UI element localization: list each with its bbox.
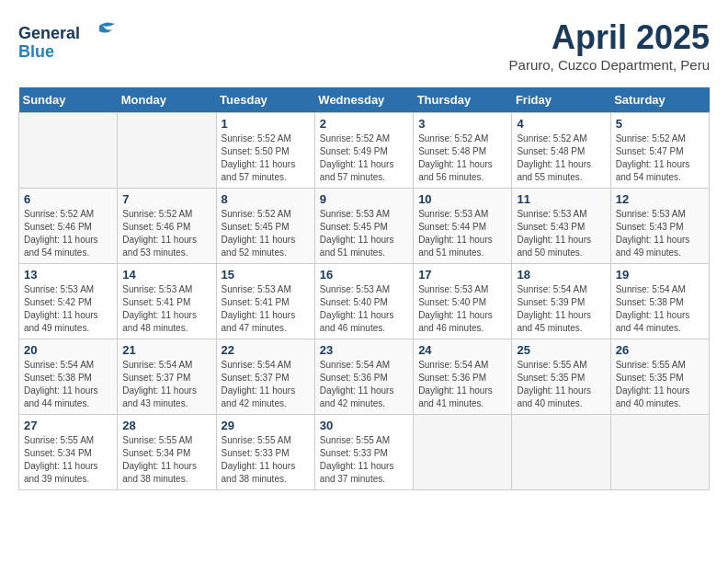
page-header: General Blue April 2025 Paruro, Cuzco De… [18, 18, 710, 73]
weekday-header: Sunday [19, 87, 118, 113]
day-number: 17 [418, 268, 506, 282]
day-number: 29 [222, 419, 310, 432]
day-detail: Sunrise: 5:55 AMSunset: 5:35 PMDaylight:… [616, 359, 704, 410]
day-detail: Sunrise: 5:53 AMSunset: 5:40 PMDaylight:… [418, 283, 506, 335]
calendar-cell: 5Sunrise: 5:52 AMSunset: 5:47 PMDaylight… [610, 113, 709, 189]
calendar-cell: 24Sunrise: 5:54 AMSunset: 5:36 PMDayligh… [414, 339, 512, 415]
day-number: 27 [24, 419, 112, 432]
day-detail: Sunrise: 5:54 AMSunset: 5:39 PMDaylight:… [517, 283, 605, 335]
calendar-cell: 7Sunrise: 5:52 AMSunset: 5:46 PMDaylight… [118, 189, 216, 264]
day-detail: Sunrise: 5:55 AMSunset: 5:34 PMDaylight:… [24, 434, 112, 486]
calendar-cell: 10Sunrise: 5:53 AMSunset: 5:44 PMDayligh… [414, 189, 512, 264]
day-detail: Sunrise: 5:52 AMSunset: 5:46 PMDaylight:… [122, 208, 210, 259]
calendar-week-row: 13Sunrise: 5:53 AMSunset: 5:42 PMDayligh… [19, 264, 710, 339]
calendar-cell: 26Sunrise: 5:55 AMSunset: 5:35 PMDayligh… [610, 339, 709, 415]
day-detail: Sunrise: 5:53 AMSunset: 5:42 PMDaylight:… [24, 283, 112, 335]
day-detail: Sunrise: 5:53 AMSunset: 5:45 PMDaylight:… [320, 208, 408, 259]
day-number: 15 [222, 268, 310, 282]
calendar-cell: 21Sunrise: 5:54 AMSunset: 5:37 PMDayligh… [118, 339, 216, 415]
day-number: 5 [616, 117, 704, 131]
calendar-cell: 25Sunrise: 5:55 AMSunset: 5:35 PMDayligh… [512, 339, 610, 415]
day-number: 1 [222, 117, 310, 131]
day-detail: Sunrise: 5:54 AMSunset: 5:38 PMDaylight:… [616, 283, 704, 335]
day-number: 9 [320, 192, 408, 206]
calendar-cell: 19Sunrise: 5:54 AMSunset: 5:38 PMDayligh… [610, 264, 709, 339]
calendar-cell: 1Sunrise: 5:52 AMSunset: 5:50 PMDaylight… [216, 113, 314, 189]
calendar-cell: 30Sunrise: 5:55 AMSunset: 5:33 PMDayligh… [314, 415, 413, 490]
calendar-cell: 17Sunrise: 5:53 AMSunset: 5:40 PMDayligh… [414, 264, 512, 339]
day-number: 8 [222, 192, 310, 206]
calendar-cell: 28Sunrise: 5:55 AMSunset: 5:34 PMDayligh… [118, 415, 216, 490]
day-detail: Sunrise: 5:52 AMSunset: 5:46 PMDaylight:… [24, 208, 112, 259]
svg-text:General: General [18, 24, 80, 42]
day-number: 13 [24, 268, 112, 282]
day-detail: Sunrise: 5:53 AMSunset: 5:40 PMDaylight:… [320, 283, 408, 335]
calendar-cell: 16Sunrise: 5:53 AMSunset: 5:40 PMDayligh… [314, 264, 413, 339]
day-detail: Sunrise: 5:53 AMSunset: 5:43 PMDaylight:… [517, 208, 605, 259]
calendar-cell: 29Sunrise: 5:55 AMSunset: 5:33 PMDayligh… [216, 415, 314, 490]
day-detail: Sunrise: 5:54 AMSunset: 5:36 PMDaylight:… [418, 359, 506, 410]
day-number: 22 [222, 343, 310, 357]
day-number: 21 [122, 343, 210, 357]
weekday-header: Thursday [414, 87, 512, 113]
calendar-cell: 2Sunrise: 5:52 AMSunset: 5:49 PMDaylight… [314, 113, 413, 189]
calendar-cell: 18Sunrise: 5:54 AMSunset: 5:39 PMDayligh… [512, 264, 610, 339]
title-block: April 2025 Paruro, Cuzco Department, Per… [509, 18, 710, 73]
day-detail: Sunrise: 5:54 AMSunset: 5:37 PMDaylight:… [222, 359, 310, 410]
logo-svg: General Blue [18, 18, 119, 66]
logo: General Blue [18, 18, 119, 66]
weekday-header: Wednesday [314, 87, 413, 113]
calendar-cell: 3Sunrise: 5:52 AMSunset: 5:48 PMDaylight… [414, 113, 512, 189]
calendar-table: SundayMondayTuesdayWednesdayThursdayFrid… [18, 87, 710, 490]
day-number: 7 [122, 192, 210, 206]
day-detail: Sunrise: 5:55 AMSunset: 5:35 PMDaylight:… [517, 359, 605, 410]
calendar-cell: 23Sunrise: 5:54 AMSunset: 5:36 PMDayligh… [314, 339, 413, 415]
calendar-week-row: 6Sunrise: 5:52 AMSunset: 5:46 PMDaylight… [19, 189, 710, 264]
calendar-cell: 14Sunrise: 5:53 AMSunset: 5:41 PMDayligh… [118, 264, 216, 339]
weekday-header: Saturday [610, 87, 709, 113]
day-detail: Sunrise: 5:54 AMSunset: 5:36 PMDaylight:… [320, 359, 408, 410]
day-number: 28 [122, 419, 210, 432]
weekday-header: Friday [512, 87, 610, 113]
day-number: 11 [517, 192, 605, 206]
day-detail: Sunrise: 5:54 AMSunset: 5:38 PMDaylight:… [24, 359, 112, 410]
calendar-cell: 22Sunrise: 5:54 AMSunset: 5:37 PMDayligh… [216, 339, 314, 415]
day-number: 2 [320, 117, 408, 131]
calendar-week-row: 27Sunrise: 5:55 AMSunset: 5:34 PMDayligh… [19, 415, 710, 490]
day-number: 4 [517, 117, 605, 131]
day-number: 24 [418, 343, 506, 357]
day-detail: Sunrise: 5:52 AMSunset: 5:48 PMDaylight:… [418, 132, 506, 184]
day-number: 14 [122, 268, 210, 282]
location-subtitle: Paruro, Cuzco Department, Peru [509, 57, 710, 73]
month-year-title: April 2025 [509, 18, 710, 57]
day-number: 30 [320, 419, 408, 432]
day-detail: Sunrise: 5:55 AMSunset: 5:33 PMDaylight:… [222, 434, 310, 486]
weekday-header: Tuesday [216, 87, 314, 113]
calendar-cell: 11Sunrise: 5:53 AMSunset: 5:43 PMDayligh… [512, 189, 610, 264]
calendar-cell [610, 415, 709, 490]
day-detail: Sunrise: 5:55 AMSunset: 5:33 PMDaylight:… [320, 434, 408, 486]
day-detail: Sunrise: 5:53 AMSunset: 5:41 PMDaylight:… [222, 283, 310, 335]
svg-text:Blue: Blue [18, 42, 54, 61]
calendar-cell: 13Sunrise: 5:53 AMSunset: 5:42 PMDayligh… [19, 264, 118, 339]
day-number: 20 [24, 343, 112, 357]
day-detail: Sunrise: 5:52 AMSunset: 5:47 PMDaylight:… [616, 132, 704, 184]
weekday-header: Monday [118, 87, 216, 113]
day-detail: Sunrise: 5:53 AMSunset: 5:44 PMDaylight:… [418, 208, 506, 259]
calendar-cell: 8Sunrise: 5:52 AMSunset: 5:45 PMDaylight… [216, 189, 314, 264]
day-detail: Sunrise: 5:53 AMSunset: 5:41 PMDaylight:… [122, 283, 210, 335]
calendar-week-row: 1Sunrise: 5:52 AMSunset: 5:50 PMDaylight… [19, 113, 710, 189]
calendar-cell: 9Sunrise: 5:53 AMSunset: 5:45 PMDaylight… [314, 189, 413, 264]
day-number: 26 [616, 343, 704, 357]
day-number: 16 [320, 268, 408, 282]
day-detail: Sunrise: 5:52 AMSunset: 5:48 PMDaylight:… [517, 132, 605, 184]
calendar-cell: 27Sunrise: 5:55 AMSunset: 5:34 PMDayligh… [19, 415, 118, 490]
calendar-cell: 15Sunrise: 5:53 AMSunset: 5:41 PMDayligh… [216, 264, 314, 339]
day-detail: Sunrise: 5:55 AMSunset: 5:34 PMDaylight:… [122, 434, 210, 486]
day-number: 3 [418, 117, 506, 131]
day-number: 12 [616, 192, 704, 206]
calendar-cell [19, 113, 118, 189]
day-number: 10 [418, 192, 506, 206]
day-detail: Sunrise: 5:52 AMSunset: 5:50 PMDaylight:… [222, 132, 310, 184]
calendar-cell: 4Sunrise: 5:52 AMSunset: 5:48 PMDaylight… [512, 113, 610, 189]
